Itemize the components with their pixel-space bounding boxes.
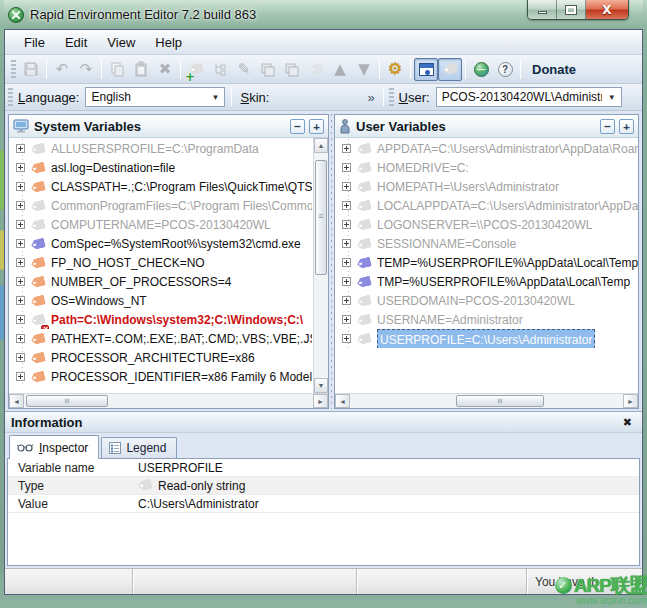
expand-toggle[interactable] bbox=[16, 144, 25, 153]
tree-item[interactable]: LOGONSERVER=\\PCOS-20130420WL bbox=[335, 215, 638, 234]
tree-item[interactable]: COMPUTERNAME=PCOS-20130420WL bbox=[9, 215, 312, 234]
copy-button[interactable] bbox=[105, 58, 129, 81]
paste-button[interactable] bbox=[129, 58, 153, 81]
tree-item[interactable]: SESSIONNAME=Console bbox=[335, 234, 638, 253]
tree-item-path-invalid[interactable]: Path=C:\Windows\system32;C:\Windows;C:\ bbox=[9, 310, 312, 329]
donate-button[interactable]: Donate bbox=[524, 62, 584, 77]
undo-button[interactable]: ↶ bbox=[50, 58, 74, 81]
expand-toggle[interactable] bbox=[342, 277, 351, 286]
tag-button[interactable] bbox=[304, 58, 328, 81]
menu-edit[interactable]: Edit bbox=[56, 32, 96, 53]
toggle-information-panel-button[interactable] bbox=[414, 58, 438, 81]
scrollbar-thumb[interactable] bbox=[26, 395, 108, 407]
language-select[interactable]: English ▼ bbox=[85, 87, 225, 107]
overflow-chevron-icon[interactable]: » bbox=[367, 90, 374, 105]
collapse-all-button[interactable]: − bbox=[600, 119, 615, 134]
tree-item[interactable]: TEMP=%USERPROFILE%\AppData\Local\Temp bbox=[335, 253, 638, 272]
tree-item[interactable]: OS=Windows_NT bbox=[9, 291, 312, 310]
tree-item[interactable]: asl.log=Destination=file bbox=[9, 158, 312, 177]
tree-item[interactable]: USERDOMAIN=PCOS-20130420WL bbox=[335, 291, 638, 310]
settings-button[interactable]: ⚙ bbox=[383, 58, 407, 81]
expand-toggle[interactable] bbox=[342, 220, 351, 229]
tab-inspector[interactable]: Inspector bbox=[9, 435, 99, 459]
user-select[interactable]: PCOS-20130420WL\Administrato ▼ bbox=[436, 87, 622, 107]
system-variables-tree[interactable]: ALLUSERSPROFILE=C:\ProgramData asl.log=D… bbox=[9, 138, 328, 393]
tree-item[interactable]: PATHEXT=.COM;.EXE;.BAT;.CMD;.VBS;.VBE;.J… bbox=[9, 329, 312, 348]
scroll-down-button[interactable]: ▼ bbox=[314, 378, 328, 393]
expand-toggle[interactable] bbox=[16, 201, 25, 210]
tree-item[interactable]: ALLUSERSPROFILE=C:\ProgramData bbox=[9, 139, 312, 158]
tree-item-selected[interactable]: USERPROFILE=C:\Users\Administrator bbox=[335, 329, 638, 348]
minimize-button[interactable] bbox=[528, 0, 557, 19]
expand-toggle[interactable] bbox=[342, 182, 351, 191]
expand-toggle[interactable] bbox=[342, 296, 351, 305]
scroll-right-button[interactable]: ► bbox=[623, 394, 638, 408]
copy-variable-button[interactable] bbox=[256, 58, 280, 81]
tree-item[interactable]: CommonProgramFiles=C:\Program Files\Comm… bbox=[9, 196, 312, 215]
expand-toggle[interactable] bbox=[342, 315, 351, 324]
maximize-button[interactable] bbox=[557, 0, 586, 19]
user-grip[interactable] bbox=[389, 88, 394, 106]
scroll-left-button[interactable]: ◄ bbox=[9, 394, 24, 408]
expand-all-button[interactable]: + bbox=[619, 119, 634, 134]
toggle-tags-button[interactable] bbox=[438, 58, 462, 81]
tree-item[interactable]: HOMEPATH=\Users\Administrator bbox=[335, 177, 638, 196]
expand-toggle[interactable] bbox=[16, 296, 25, 305]
collapse-all-button[interactable]: − bbox=[290, 119, 305, 134]
expand-toggle[interactable] bbox=[16, 220, 25, 229]
menu-help[interactable]: Help bbox=[146, 32, 191, 53]
add-variable-button[interactable] bbox=[184, 58, 208, 81]
expand-toggle[interactable] bbox=[342, 201, 351, 210]
add-value-button[interactable] bbox=[208, 58, 232, 81]
tree-item[interactable]: LOCALAPPDATA=C:\Users\Administrator\AppD… bbox=[335, 196, 638, 215]
expand-toggle[interactable] bbox=[16, 334, 25, 343]
paste-variable-button[interactable] bbox=[280, 58, 304, 81]
tree-item[interactable]: USERNAME=Administrator bbox=[335, 310, 638, 329]
expand-toggle[interactable] bbox=[16, 163, 25, 172]
move-down-button[interactable]: ▼ bbox=[352, 58, 376, 81]
save-button[interactable] bbox=[19, 58, 43, 81]
expand-toggle[interactable] bbox=[342, 144, 351, 153]
delete-button[interactable]: ✖ bbox=[153, 58, 177, 81]
expand-toggle[interactable] bbox=[16, 239, 25, 248]
help-button[interactable]: ? bbox=[493, 58, 517, 81]
menu-file[interactable]: File bbox=[15, 32, 54, 53]
tree-item[interactable]: FP_NO_HOST_CHECK=NO bbox=[9, 253, 312, 272]
expand-toggle[interactable] bbox=[16, 372, 25, 381]
horizontal-scrollbar[interactable]: ◄ ► bbox=[9, 393, 328, 408]
tree-item[interactable]: CLASSPATH=.;C:\Program Files\QuickTime\Q… bbox=[9, 177, 312, 196]
close-information-button[interactable]: ✖ bbox=[619, 415, 636, 430]
user-variables-tree[interactable]: APPDATA=C:\Users\Administrator\AppData\R… bbox=[335, 138, 638, 393]
tree-item[interactable]: ComSpec=%SystemRoot%\system32\cmd.exe bbox=[9, 234, 312, 253]
toolbar-grip[interactable] bbox=[11, 60, 16, 78]
tree-item[interactable]: HOMEDRIVE=C: bbox=[335, 158, 638, 177]
redo-button[interactable]: ↷ bbox=[74, 58, 98, 81]
expand-toggle[interactable] bbox=[16, 258, 25, 267]
expand-toggle[interactable] bbox=[342, 258, 351, 267]
horizontal-scrollbar[interactable]: ◄ ► bbox=[335, 393, 638, 408]
options-grip[interactable] bbox=[8, 88, 13, 106]
expand-toggle[interactable] bbox=[342, 334, 351, 343]
scroll-left-button[interactable]: ◄ bbox=[335, 394, 350, 408]
tab-legend[interactable]: Legend bbox=[101, 437, 177, 458]
scroll-right-button[interactable]: ► bbox=[313, 394, 328, 408]
tree-item[interactable]: PROCESSOR_IDENTIFIER=x86 Family 6 Model … bbox=[9, 367, 312, 386]
close-button[interactable]: X bbox=[586, 0, 628, 19]
tree-item[interactable]: NUMBER_OF_PROCESSORS=4 bbox=[9, 272, 312, 291]
menu-view[interactable]: View bbox=[98, 32, 144, 53]
move-up-button[interactable]: ▲ bbox=[328, 58, 352, 81]
tree-item[interactable]: TMP=%USERPROFILE%\AppData\Local\Temp bbox=[335, 272, 638, 291]
vertical-scrollbar[interactable]: ▲ ▼ bbox=[313, 138, 328, 393]
edit-button[interactable]: ✎ bbox=[232, 58, 256, 81]
scroll-up-button[interactable]: ▲ bbox=[314, 138, 328, 153]
expand-toggle[interactable] bbox=[16, 277, 25, 286]
expand-toggle[interactable] bbox=[342, 163, 351, 172]
expand-toggle[interactable] bbox=[16, 353, 25, 362]
tree-item[interactable]: APPDATA=C:\Users\Administrator\AppData\R… bbox=[335, 139, 638, 158]
expand-toggle[interactable] bbox=[342, 239, 351, 248]
check-updates-button[interactable] bbox=[469, 58, 493, 81]
scrollbar-thumb[interactable] bbox=[456, 395, 544, 407]
scrollbar-thumb[interactable] bbox=[315, 160, 327, 275]
expand-toggle[interactable] bbox=[16, 315, 25, 324]
title-bar[interactable]: Rapid Environment Editor 7.2 build 863 X bbox=[4, 0, 643, 29]
